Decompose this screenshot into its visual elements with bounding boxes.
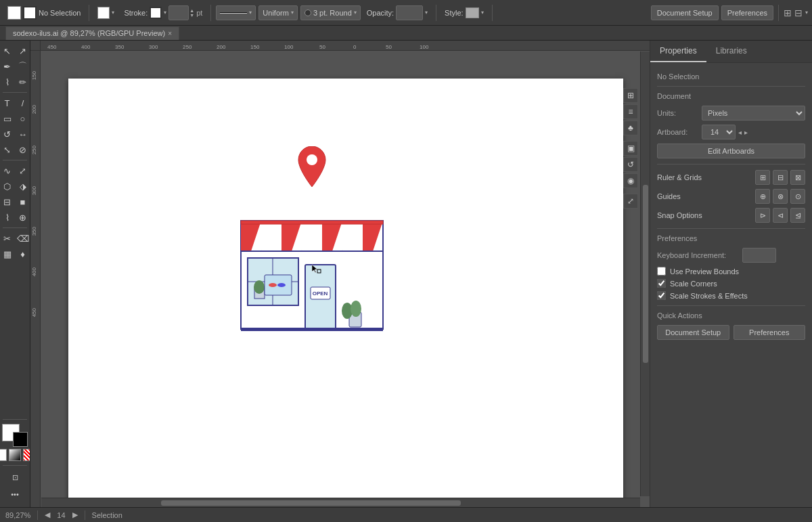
tab-properties[interactable]: Properties bbox=[650, 41, 706, 62]
more-tools-btn[interactable]: ••• bbox=[7, 487, 22, 502]
ellipse-tool[interactable]: ○ bbox=[16, 111, 30, 126]
fill-color-swatch[interactable] bbox=[97, 7, 110, 19]
fill-stroke-swatches[interactable] bbox=[2, 424, 28, 447]
scale-strokes-checkbox[interactable] bbox=[657, 291, 666, 300]
canvas-area[interactable]: 450 400 350 300 250 200 150 100 50 0 50 … bbox=[30, 41, 650, 507]
guide-icon-btn3[interactable]: ⊙ bbox=[790, 189, 805, 204]
warp-tool[interactable]: ∿ bbox=[0, 163, 15, 178]
edit-artboards-button[interactable]: Edit Artboards bbox=[657, 144, 805, 158]
keyboard-increment-input[interactable]: 1 px bbox=[742, 248, 776, 263]
grid2-icon-btn[interactable]: ⊠ bbox=[790, 170, 805, 185]
vruler-label3: 250 bbox=[31, 146, 37, 154]
stroke-chevron[interactable]: ▾ bbox=[164, 9, 166, 16]
opacity-input[interactable]: 120% bbox=[396, 5, 423, 20]
mesh-tool[interactable]: ⊟ bbox=[0, 194, 15, 209]
eyedropper-tool[interactable]: ⌇ bbox=[0, 210, 15, 225]
grid-icon-btn[interactable]: ⊟ bbox=[773, 170, 788, 185]
keyboard-increment-label: Keyboard Increment: bbox=[657, 251, 738, 259]
stroke-color-swatch[interactable] bbox=[150, 7, 162, 19]
rotate-view-icon[interactable]: ↺ bbox=[623, 157, 638, 172]
type-tool[interactable]: T bbox=[0, 95, 15, 110]
use-preview-bounds-checkbox[interactable] bbox=[657, 267, 666, 276]
symbol-tool[interactable]: ♦ bbox=[16, 246, 30, 261]
style-swatch[interactable] bbox=[466, 7, 479, 18]
layers-icon[interactable]: ≡ bbox=[623, 104, 638, 119]
align-icon[interactable]: ⊟ bbox=[794, 7, 803, 18]
artboard-tool-btn[interactable]: ⊡ bbox=[7, 470, 22, 485]
horizontal-scrollbar[interactable] bbox=[41, 498, 640, 507]
snap-icon-btn2[interactable]: ⊲ bbox=[773, 208, 788, 223]
opacity-chevron[interactable]: ▾ bbox=[425, 9, 428, 16]
vertical-scrollbar[interactable] bbox=[640, 51, 650, 496]
guide-icon-btn2[interactable]: ⊗ bbox=[773, 189, 788, 204]
stroke-line-dropdown[interactable]: ▾ bbox=[216, 5, 256, 20]
stroke-value-input[interactable]: 1 pt bbox=[168, 5, 189, 20]
fill-swatch[interactable] bbox=[7, 6, 21, 20]
artboard-next[interactable]: ▸ bbox=[744, 129, 748, 136]
ruler-icon-btn[interactable]: ⊞ bbox=[755, 170, 770, 185]
blend-tool[interactable]: ⊕ bbox=[16, 210, 30, 225]
scale-corners-checkbox[interactable] bbox=[657, 279, 666, 288]
line-tool[interactable]: / bbox=[16, 95, 30, 110]
rectangle-tool[interactable]: ▭ bbox=[0, 111, 15, 126]
rotate-tool[interactable]: ↺ bbox=[0, 127, 15, 142]
arrange-icon[interactable]: ⊞ bbox=[784, 7, 792, 18]
units-select[interactable]: Pixels Inches Centimeters Points bbox=[702, 106, 805, 121]
next-artboard-btn[interactable]: ▶ bbox=[72, 510, 78, 519]
guide-icon-btn1[interactable]: ⊕ bbox=[755, 189, 770, 204]
gradient-tool[interactable]: ■ bbox=[16, 194, 30, 209]
direct-selection-tool[interactable]: ↗ bbox=[16, 43, 30, 58]
stroke-down-arrow[interactable]: ▼ bbox=[189, 13, 194, 18]
fill-chevron[interactable]: ▾ bbox=[112, 9, 114, 16]
artboard-container[interactable]: OPEN bbox=[41, 51, 650, 507]
artboard-icon[interactable]: ⊞ bbox=[623, 88, 638, 103]
vruler-label6: 400 bbox=[31, 267, 37, 276]
selection-tool[interactable]: ↖ bbox=[0, 43, 15, 58]
fit-screen-icon[interactable]: ▣ bbox=[623, 141, 638, 156]
stroke-swatch[interactable] bbox=[23, 6, 37, 20]
shape-builder-tool[interactable]: ⬡ bbox=[0, 179, 15, 194]
ruler-mark-150: 150 bbox=[250, 44, 259, 50]
more-chevron[interactable]: ▾ bbox=[805, 9, 808, 16]
none-mode-btn[interactable] bbox=[23, 449, 30, 461]
curvature-tool[interactable]: ⌒ bbox=[16, 59, 30, 74]
artboard-select[interactable]: 14 bbox=[702, 125, 736, 139]
hscroll-thumb[interactable] bbox=[161, 500, 461, 506]
snap-icon-btn1[interactable]: ⊳ bbox=[755, 208, 770, 223]
slice-tool[interactable]: ✂ bbox=[0, 231, 15, 246]
background-swatch[interactable] bbox=[13, 432, 28, 447]
file-tab-close[interactable]: × bbox=[168, 30, 172, 37]
guides-row: Guides ⊕ ⊗ ⊙ bbox=[657, 189, 805, 204]
perspective-tool[interactable]: ⬗ bbox=[16, 179, 30, 194]
gradient-mode-btn[interactable] bbox=[9, 449, 21, 461]
free-transform-tool[interactable]: ⤢ bbox=[16, 163, 30, 178]
library-icon[interactable]: ♣ bbox=[623, 121, 638, 135]
color-mode-btn[interactable] bbox=[0, 449, 7, 461]
file-tab-bar: sodexo-ilus.ai @ 89,27% (RGB/GPU Preview… bbox=[0, 26, 812, 41]
vscroll-thumb[interactable] bbox=[643, 185, 648, 363]
stroke-up-arrow[interactable]: ▲ bbox=[189, 8, 194, 13]
pen-tool[interactable]: ✒ bbox=[0, 59, 15, 74]
3d-icon[interactable]: ◉ bbox=[623, 173, 638, 188]
style-chevron[interactable]: ▾ bbox=[481, 9, 484, 16]
eraser-tool[interactable]: ⌫ bbox=[16, 231, 30, 246]
quick-preferences-button[interactable]: Preferences bbox=[734, 325, 806, 340]
expand-icon[interactable]: ⤢ bbox=[623, 194, 638, 209]
shear-tool[interactable]: ⊘ bbox=[16, 142, 30, 157]
uniform-dropdown[interactable]: Uniform ▾ bbox=[258, 5, 298, 20]
scale-tool[interactable]: ⤡ bbox=[0, 142, 15, 157]
document-setup-button[interactable]: Document Setup bbox=[651, 5, 719, 20]
stroke-round-dropdown[interactable]: 3 pt. Round ▾ bbox=[300, 5, 361, 20]
column-graph-tool[interactable]: ▦ bbox=[0, 246, 15, 261]
preferences-button[interactable]: Preferences bbox=[721, 5, 773, 20]
quick-document-setup-button[interactable]: Document Setup bbox=[657, 325, 729, 340]
ruler-mark-250: 250 bbox=[183, 44, 191, 50]
prev-artboard-btn[interactable]: ◀ bbox=[45, 510, 50, 519]
file-tab[interactable]: sodexo-ilus.ai @ 89,27% (RGB/GPU Preview… bbox=[5, 26, 179, 40]
pencil-tool[interactable]: ✏ bbox=[16, 74, 30, 89]
tab-libraries[interactable]: Libraries bbox=[706, 41, 757, 62]
artboard-prev[interactable]: ◂ bbox=[738, 129, 742, 136]
snap-icon-btn3[interactable]: ⊴ bbox=[790, 208, 805, 223]
paintbrush-tool[interactable]: ⌇ bbox=[0, 74, 15, 89]
reflect-tool[interactable]: ↔ bbox=[16, 127, 30, 142]
